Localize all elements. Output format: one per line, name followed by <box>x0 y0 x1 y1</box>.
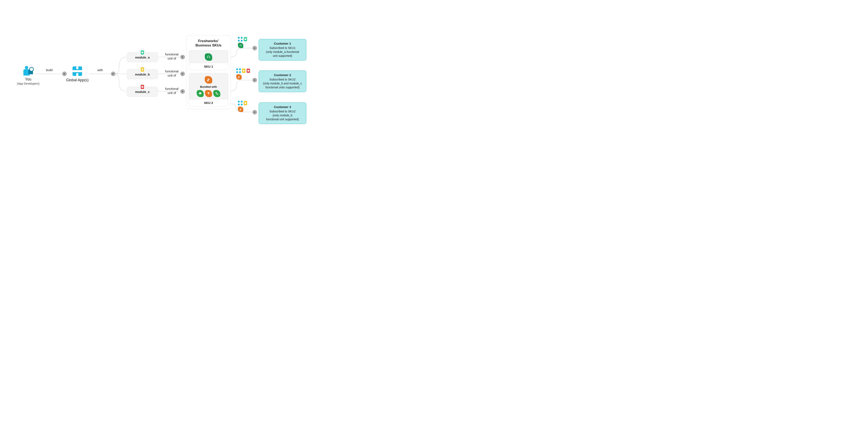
sku2-card: Bundled with SKU 2 <box>189 73 228 107</box>
module-b-label: module_b <box>135 72 150 76</box>
edge-label-build: build <box>46 68 53 72</box>
puzzle-icon <box>238 101 243 106</box>
customer3-line2: (only module_b <box>262 114 303 117</box>
arrow-icon <box>180 55 185 59</box>
customer3-line3: functional unit supported) <box>262 117 303 121</box>
global-app-icon: + <box>72 66 82 76</box>
customer3-icons <box>238 101 247 112</box>
customer2-line3: functional units supported) <box>262 85 303 89</box>
customer1-line3: unit supported) <box>262 54 303 58</box>
you-caption: You (App Developers) <box>9 77 47 85</box>
customer1-icons <box>238 37 247 48</box>
module-a-chip-icon <box>244 37 247 41</box>
module-c-card: module_c <box>127 87 158 97</box>
arrow-icon <box>252 110 257 115</box>
you-subtitle: (App Developers) <box>9 82 47 85</box>
you-title: You <box>9 77 47 82</box>
headset-icon <box>205 53 212 61</box>
module-b-chip-icon <box>242 69 245 73</box>
module-c-icon <box>139 84 146 90</box>
person-plus-icon <box>236 74 242 80</box>
customer3-box: Customer 3 Subscribed to SKU2 (only modu… <box>259 102 306 124</box>
person-plus-icon <box>238 107 243 112</box>
sku-group: Freshworks’Business SKUs SKU 1 Bundled w… <box>186 35 231 109</box>
customer2-line1: Subscribed to SKU2 <box>262 78 303 82</box>
headset-icon <box>238 43 243 48</box>
arrow-icon <box>62 71 67 76</box>
edge-label-functional-c: functionalunit of <box>162 87 181 95</box>
puzzle-icon <box>236 68 241 73</box>
customer1-title: Customer 1 <box>262 42 303 45</box>
customer1-box: Customer 1 Subscribed to SKU1 (only modu… <box>259 39 306 61</box>
customer2-title: Customer 2 <box>262 73 303 77</box>
customer2-line2: (only module_b and module_c <box>262 82 303 85</box>
arrow-icon <box>252 46 257 51</box>
customer1-line2: (only module_a functional <box>262 50 303 54</box>
edge-label-with: with <box>97 68 103 72</box>
person-plus-icon <box>205 76 212 84</box>
funnel-icon <box>205 90 212 97</box>
module-b-card: module_b <box>127 69 158 79</box>
chat-icon <box>197 90 204 97</box>
arrow-icon <box>111 71 116 76</box>
bundled-label: Bundled with <box>200 85 217 88</box>
you-icon <box>24 66 33 76</box>
customer1-line1: Subscribed to SKU1 <box>262 46 303 50</box>
arrow-icon <box>252 78 257 82</box>
sku1-label: SKU 1 <box>189 63 228 70</box>
module-a-icon <box>139 49 146 56</box>
module-c-chip-icon <box>247 69 250 73</box>
sku1-card: SKU 1 <box>189 50 228 70</box>
module-a-card: module_a <box>127 52 158 62</box>
module-b-chip-icon <box>244 101 247 105</box>
customer3-title: Customer 3 <box>262 105 303 109</box>
module-a-label: module_a <box>135 56 150 59</box>
customer3-line1: Subscribed to SKU2 <box>262 110 303 114</box>
sku-group-title: Freshworks’Business SKUs <box>189 39 228 48</box>
arrow-icon <box>180 71 185 76</box>
puzzle-icon <box>238 37 243 41</box>
edge-label-functional-b: functionalunit of <box>162 69 181 78</box>
customer2-box: Customer 2 Subscribed to SKU2 (only modu… <box>259 70 306 92</box>
global-app-caption: Global App(s) <box>59 78 96 82</box>
module-b-icon <box>139 66 146 73</box>
sku2-label: SKU 2 <box>189 99 228 106</box>
arrow-icon <box>180 89 185 94</box>
customer2-icons <box>236 68 250 80</box>
module-c-label: module_c <box>135 90 150 93</box>
edge-label-functional-a: functionalunit of <box>162 52 181 61</box>
phone-icon <box>213 90 220 97</box>
global-app-label: Global App(s) <box>59 78 96 82</box>
